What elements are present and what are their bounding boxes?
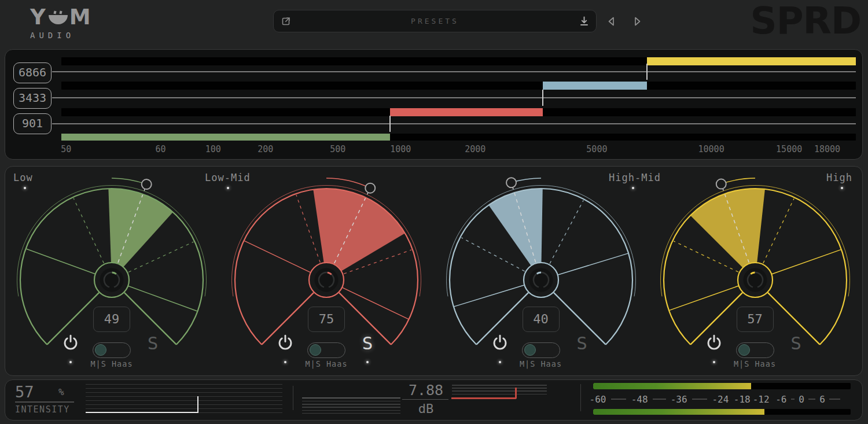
footer-panel: 57%INTENSITY7.88dB-60-48-36-24-18-12-606	[5, 379, 863, 421]
footer-divider	[293, 386, 293, 410]
ms-haas-label: M|S Haas	[709, 359, 801, 368]
toggle-knob[interactable]	[738, 344, 750, 356]
previous-preset-button[interactable]	[605, 15, 618, 28]
plugin-window: Y M AUDIO PRESETS SPRD 686634339015	[0, 0, 868, 424]
stereo-axis-line	[244, 241, 311, 272]
frequency-axis-tick-label: 50	[61, 144, 71, 154]
ms-haas-toggle[interactable]	[736, 342, 774, 358]
yum-audio-logo: Y M AUDIO	[30, 6, 92, 40]
toggle-knob[interactable]	[310, 344, 321, 356]
export-preset-icon[interactable]	[281, 16, 291, 27]
tilt-handle[interactable]	[506, 178, 516, 187]
intensity-value: 57	[15, 383, 34, 401]
yum-letter-m: M	[69, 6, 92, 29]
footer-divider	[580, 384, 581, 411]
crossover-line	[52, 97, 856, 98]
meter-scale-dash	[653, 399, 666, 400]
stereo-axis-line	[454, 285, 524, 307]
band-power-button[interactable]	[62, 334, 79, 351]
spread-value-box[interactable]: 57	[737, 307, 774, 332]
intensity-slider-handle[interactable]	[197, 396, 199, 413]
ms-haas-label: M|S Haas	[65, 359, 158, 368]
bands-panel: Low49SM|S HaasLow-Mid75SM|S HaasHigh-Mid…	[5, 166, 863, 376]
output-meter-right-fill	[593, 409, 764, 415]
frequency-axis-tick-label: 100	[205, 144, 221, 154]
tilt-handle-arc	[326, 178, 370, 188]
gain-underline	[402, 399, 448, 400]
yum-audio-sub: AUDIO	[30, 31, 92, 40]
gain-indicator-fill	[451, 397, 516, 399]
band-power-button[interactable]	[492, 334, 508, 351]
ms-haas-label: M|S Haas	[280, 359, 373, 368]
preset-name-label[interactable]: PRESETS	[274, 17, 596, 25]
band-range-segment-high	[647, 57, 856, 65]
meter-scale-label: -36	[671, 394, 687, 405]
solo-button[interactable]: S	[135, 333, 170, 353]
spread-guide-dashed-line	[763, 198, 793, 263]
frequency-axis-tick-label: 200	[258, 144, 273, 154]
dial-knob[interactable]	[100, 268, 124, 292]
frequency-axis-tick-label: 1000	[390, 144, 411, 154]
bowl-icon	[49, 15, 68, 24]
frequency-axis-tick-label: 60	[156, 144, 166, 154]
tilt-handle[interactable]	[716, 179, 726, 189]
gain-unit-label: dB	[400, 401, 452, 416]
gain-left-track[interactable]	[302, 401, 400, 414]
spread-value-box[interactable]: 49	[93, 307, 130, 332]
intensity-unit: %	[58, 386, 64, 397]
band-unit-low: 49SM|S Haas	[2, 167, 222, 377]
crossover-frequency-box[interactable]: 901	[13, 113, 52, 134]
meter-scale-label: -6	[775, 394, 786, 405]
gain-right-track[interactable]	[452, 385, 547, 395]
spread-guide-dashed-line	[73, 198, 104, 263]
meter-scale-label: -18	[734, 394, 751, 405]
stereo-axis-line	[26, 249, 95, 274]
intensity-label: INTENSITY	[15, 404, 70, 415]
stereo-axis-line	[771, 250, 841, 274]
dial-knob[interactable]	[315, 268, 339, 292]
band-power-button[interactable]	[277, 334, 293, 351]
preset-bar[interactable]: PRESETS	[273, 10, 597, 32]
output-meter-left-fill	[593, 383, 751, 389]
spread-value-box[interactable]: 75	[308, 307, 345, 332]
next-preset-button[interactable]	[631, 15, 643, 28]
intensity-underline	[15, 401, 74, 403]
load-preset-icon[interactable]	[579, 16, 589, 27]
band-range-segment-high-mid	[543, 82, 647, 90]
toggle-knob[interactable]	[95, 344, 106, 356]
meter-scale-dash	[611, 399, 627, 400]
stereo-axis-line	[342, 287, 409, 319]
crossover-tick-handle[interactable]	[646, 64, 648, 80]
gain-value: 7.88	[400, 382, 452, 399]
meter-scale-label: -48	[631, 394, 648, 405]
band-range-track-high-mid	[61, 82, 856, 90]
band-range-segment-low	[61, 134, 390, 141]
crossover-frequency-box[interactable]: 6866	[13, 62, 52, 83]
stereo-axis-line	[557, 253, 627, 275]
solo-button[interactable]: S	[565, 333, 599, 353]
meter-scale-dash	[692, 399, 707, 400]
crossover-frequency-box[interactable]: 3433	[13, 88, 52, 109]
spread-value-box[interactable]: 40	[523, 307, 560, 332]
intensity-slider[interactable]	[86, 384, 282, 413]
dial-knob[interactable]	[743, 268, 767, 292]
gain-indicator-handle[interactable]	[515, 388, 517, 399]
tilt-handle[interactable]	[142, 179, 152, 189]
band-power-button[interactable]	[706, 334, 722, 351]
toggle-knob[interactable]	[524, 344, 536, 356]
crossover-tick-handle[interactable]	[542, 90, 543, 106]
tilt-handle[interactable]	[365, 183, 375, 193]
meter-scale-dash	[808, 399, 815, 400]
frequency-axis-tick-label: 2000	[465, 144, 486, 154]
meter-scale-label: -24	[712, 394, 729, 405]
ms-haas-toggle[interactable]	[93, 342, 131, 358]
ms-haas-toggle[interactable]	[522, 342, 560, 358]
ms-haas-toggle[interactable]	[307, 342, 345, 358]
solo-button[interactable]: S	[350, 333, 385, 353]
crossover-tick-handle[interactable]	[389, 116, 391, 132]
intensity-slider-fill	[86, 412, 198, 413]
output-meter-left	[593, 383, 851, 389]
band-unit-low-mid: 75SM|S Haas	[216, 167, 436, 377]
solo-button[interactable]: S	[779, 333, 814, 353]
gain-left-track-baseline	[302, 397, 400, 399]
